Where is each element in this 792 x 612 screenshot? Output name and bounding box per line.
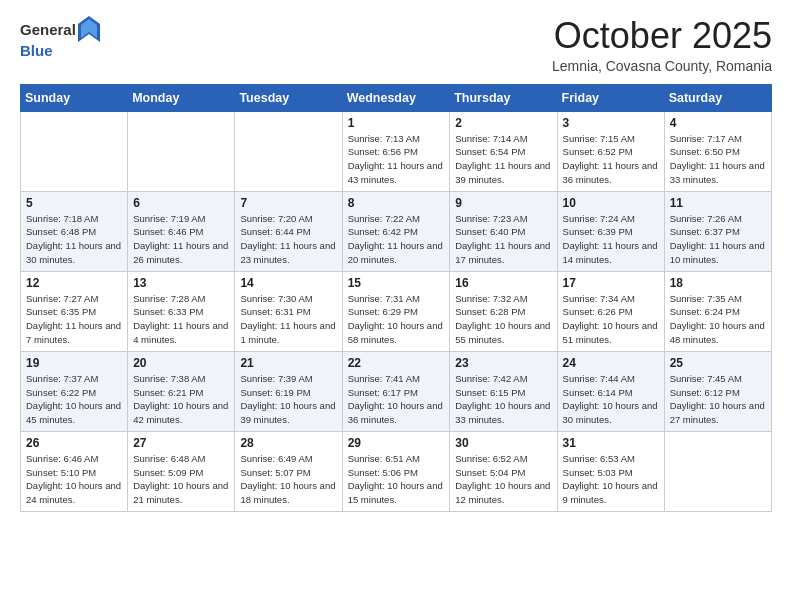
calendar-cell: 8Sunrise: 7:22 AM Sunset: 6:42 PM Daylig… xyxy=(342,191,450,271)
calendar-cell: 27Sunrise: 6:48 AM Sunset: 5:09 PM Dayli… xyxy=(128,431,235,511)
day-info: Sunrise: 6:46 AM Sunset: 5:10 PM Dayligh… xyxy=(26,452,122,507)
calendar-cell: 28Sunrise: 6:49 AM Sunset: 5:07 PM Dayli… xyxy=(235,431,342,511)
day-number: 19 xyxy=(26,356,122,370)
logo-general: General xyxy=(20,21,76,38)
day-number: 20 xyxy=(133,356,229,370)
calendar-table: SundayMondayTuesdayWednesdayThursdayFrid… xyxy=(20,84,772,512)
calendar-cell: 30Sunrise: 6:52 AM Sunset: 5:04 PM Dayli… xyxy=(450,431,557,511)
calendar-cell xyxy=(664,431,771,511)
day-number: 17 xyxy=(563,276,659,290)
day-number: 11 xyxy=(670,196,766,210)
calendar-cell: 22Sunrise: 7:41 AM Sunset: 6:17 PM Dayli… xyxy=(342,351,450,431)
day-info: Sunrise: 7:18 AM Sunset: 6:48 PM Dayligh… xyxy=(26,212,122,267)
day-info: Sunrise: 7:27 AM Sunset: 6:35 PM Dayligh… xyxy=(26,292,122,347)
calendar-cell xyxy=(235,111,342,191)
column-header-thursday: Thursday xyxy=(450,84,557,111)
calendar-cell xyxy=(128,111,235,191)
location-subtitle: Lemnia, Covasna County, Romania xyxy=(552,58,772,74)
day-info: Sunrise: 7:22 AM Sunset: 6:42 PM Dayligh… xyxy=(348,212,445,267)
day-number: 7 xyxy=(240,196,336,210)
day-info: Sunrise: 6:49 AM Sunset: 5:07 PM Dayligh… xyxy=(240,452,336,507)
calendar-cell: 15Sunrise: 7:31 AM Sunset: 6:29 PM Dayli… xyxy=(342,271,450,351)
day-number: 9 xyxy=(455,196,551,210)
calendar-week-row: 12Sunrise: 7:27 AM Sunset: 6:35 PM Dayli… xyxy=(21,271,772,351)
calendar-cell: 7Sunrise: 7:20 AM Sunset: 6:44 PM Daylig… xyxy=(235,191,342,271)
day-number: 30 xyxy=(455,436,551,450)
day-info: Sunrise: 6:51 AM Sunset: 5:06 PM Dayligh… xyxy=(348,452,445,507)
calendar-cell: 10Sunrise: 7:24 AM Sunset: 6:39 PM Dayli… xyxy=(557,191,664,271)
day-number: 24 xyxy=(563,356,659,370)
calendar-week-row: 5Sunrise: 7:18 AM Sunset: 6:48 PM Daylig… xyxy=(21,191,772,271)
column-header-tuesday: Tuesday xyxy=(235,84,342,111)
day-info: Sunrise: 7:35 AM Sunset: 6:24 PM Dayligh… xyxy=(670,292,766,347)
day-number: 3 xyxy=(563,116,659,130)
day-number: 21 xyxy=(240,356,336,370)
column-header-monday: Monday xyxy=(128,84,235,111)
column-header-saturday: Saturday xyxy=(664,84,771,111)
calendar-cell: 21Sunrise: 7:39 AM Sunset: 6:19 PM Dayli… xyxy=(235,351,342,431)
day-number: 6 xyxy=(133,196,229,210)
calendar-cell: 18Sunrise: 7:35 AM Sunset: 6:24 PM Dayli… xyxy=(664,271,771,351)
calendar-cell: 19Sunrise: 7:37 AM Sunset: 6:22 PM Dayli… xyxy=(21,351,128,431)
day-info: Sunrise: 6:53 AM Sunset: 5:03 PM Dayligh… xyxy=(563,452,659,507)
day-number: 13 xyxy=(133,276,229,290)
day-number: 12 xyxy=(26,276,122,290)
day-info: Sunrise: 6:52 AM Sunset: 5:04 PM Dayligh… xyxy=(455,452,551,507)
day-info: Sunrise: 7:26 AM Sunset: 6:37 PM Dayligh… xyxy=(670,212,766,267)
day-info: Sunrise: 7:42 AM Sunset: 6:15 PM Dayligh… xyxy=(455,372,551,427)
day-number: 29 xyxy=(348,436,445,450)
calendar-cell: 31Sunrise: 6:53 AM Sunset: 5:03 PM Dayli… xyxy=(557,431,664,511)
calendar-cell xyxy=(21,111,128,191)
calendar-cell: 2Sunrise: 7:14 AM Sunset: 6:54 PM Daylig… xyxy=(450,111,557,191)
calendar-cell: 29Sunrise: 6:51 AM Sunset: 5:06 PM Dayli… xyxy=(342,431,450,511)
day-number: 16 xyxy=(455,276,551,290)
logo: General Blue xyxy=(20,16,102,60)
page: General Blue October 2025 Lemnia, Covasn… xyxy=(0,0,792,532)
day-info: Sunrise: 6:48 AM Sunset: 5:09 PM Dayligh… xyxy=(133,452,229,507)
day-info: Sunrise: 7:38 AM Sunset: 6:21 PM Dayligh… xyxy=(133,372,229,427)
logo-text: General Blue xyxy=(20,16,102,60)
day-info: Sunrise: 7:13 AM Sunset: 6:56 PM Dayligh… xyxy=(348,132,445,187)
title-block: October 2025 Lemnia, Covasna County, Rom… xyxy=(552,16,772,74)
calendar-header-row: SundayMondayTuesdayWednesdayThursdayFrid… xyxy=(21,84,772,111)
day-number: 5 xyxy=(26,196,122,210)
calendar-cell: 5Sunrise: 7:18 AM Sunset: 6:48 PM Daylig… xyxy=(21,191,128,271)
calendar-cell: 3Sunrise: 7:15 AM Sunset: 6:52 PM Daylig… xyxy=(557,111,664,191)
column-header-friday: Friday xyxy=(557,84,664,111)
logo-icon xyxy=(78,16,100,42)
calendar-cell: 26Sunrise: 6:46 AM Sunset: 5:10 PM Dayli… xyxy=(21,431,128,511)
day-number: 15 xyxy=(348,276,445,290)
day-number: 14 xyxy=(240,276,336,290)
day-number: 22 xyxy=(348,356,445,370)
logo-blue: Blue xyxy=(20,42,53,59)
day-number: 23 xyxy=(455,356,551,370)
day-info: Sunrise: 7:15 AM Sunset: 6:52 PM Dayligh… xyxy=(563,132,659,187)
calendar-cell: 1Sunrise: 7:13 AM Sunset: 6:56 PM Daylig… xyxy=(342,111,450,191)
column-header-sunday: Sunday xyxy=(21,84,128,111)
header: General Blue October 2025 Lemnia, Covasn… xyxy=(20,16,772,74)
day-info: Sunrise: 7:31 AM Sunset: 6:29 PM Dayligh… xyxy=(348,292,445,347)
day-info: Sunrise: 7:19 AM Sunset: 6:46 PM Dayligh… xyxy=(133,212,229,267)
day-number: 27 xyxy=(133,436,229,450)
calendar-cell: 25Sunrise: 7:45 AM Sunset: 6:12 PM Dayli… xyxy=(664,351,771,431)
calendar-week-row: 1Sunrise: 7:13 AM Sunset: 6:56 PM Daylig… xyxy=(21,111,772,191)
calendar-cell: 14Sunrise: 7:30 AM Sunset: 6:31 PM Dayli… xyxy=(235,271,342,351)
day-info: Sunrise: 7:17 AM Sunset: 6:50 PM Dayligh… xyxy=(670,132,766,187)
day-info: Sunrise: 7:23 AM Sunset: 6:40 PM Dayligh… xyxy=(455,212,551,267)
calendar-cell: 6Sunrise: 7:19 AM Sunset: 6:46 PM Daylig… xyxy=(128,191,235,271)
day-number: 4 xyxy=(670,116,766,130)
day-info: Sunrise: 7:41 AM Sunset: 6:17 PM Dayligh… xyxy=(348,372,445,427)
calendar-cell: 17Sunrise: 7:34 AM Sunset: 6:26 PM Dayli… xyxy=(557,271,664,351)
day-number: 31 xyxy=(563,436,659,450)
column-header-wednesday: Wednesday xyxy=(342,84,450,111)
day-info: Sunrise: 7:32 AM Sunset: 6:28 PM Dayligh… xyxy=(455,292,551,347)
calendar-week-row: 26Sunrise: 6:46 AM Sunset: 5:10 PM Dayli… xyxy=(21,431,772,511)
calendar-cell: 12Sunrise: 7:27 AM Sunset: 6:35 PM Dayli… xyxy=(21,271,128,351)
day-number: 28 xyxy=(240,436,336,450)
day-info: Sunrise: 7:45 AM Sunset: 6:12 PM Dayligh… xyxy=(670,372,766,427)
calendar-cell: 23Sunrise: 7:42 AM Sunset: 6:15 PM Dayli… xyxy=(450,351,557,431)
calendar-week-row: 19Sunrise: 7:37 AM Sunset: 6:22 PM Dayli… xyxy=(21,351,772,431)
day-info: Sunrise: 7:39 AM Sunset: 6:19 PM Dayligh… xyxy=(240,372,336,427)
calendar-cell: 4Sunrise: 7:17 AM Sunset: 6:50 PM Daylig… xyxy=(664,111,771,191)
day-info: Sunrise: 7:34 AM Sunset: 6:26 PM Dayligh… xyxy=(563,292,659,347)
